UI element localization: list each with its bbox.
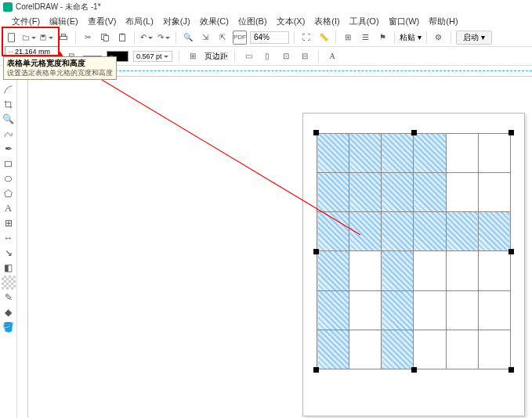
- ruler-icon[interactable]: 📏: [317, 31, 331, 45]
- connector-tool[interactable]: ↘: [2, 246, 16, 260]
- options-icon[interactable]: ⚙: [432, 31, 446, 45]
- menu-effects[interactable]: 效果(C): [196, 16, 233, 27]
- save-icon[interactable]: [39, 31, 53, 45]
- search-icon[interactable]: 🔍: [181, 31, 195, 45]
- undo-icon[interactable]: ↶: [139, 31, 154, 45]
- paste-dropdown[interactable]: 粘贴 ▾: [400, 32, 422, 43]
- text-icon[interactable]: A: [325, 49, 339, 63]
- table-cell[interactable]: [414, 290, 446, 330]
- handle-se[interactable]: [508, 367, 514, 373]
- eyedropper-tool[interactable]: ✎: [2, 290, 16, 304]
- table-cell[interactable]: [478, 173, 510, 212]
- table-cell[interactable]: [414, 212, 446, 251]
- menu-object[interactable]: 对象(J): [159, 16, 194, 27]
- table-cell[interactable]: [382, 290, 414, 330]
- shape-tool[interactable]: [2, 82, 16, 96]
- dimension-tool[interactable]: ↔: [2, 231, 16, 245]
- polygon-tool[interactable]: [2, 186, 16, 200]
- align-icon[interactable]: ☰: [358, 31, 372, 45]
- margin-label[interactable]: 页边距: [204, 51, 228, 62]
- ellipse-tool[interactable]: [2, 171, 16, 186]
- distribute-h-icon[interactable]: ▭: [241, 49, 255, 63]
- welcome-icon[interactable]: ⚑: [375, 31, 389, 45]
- blend-tool[interactable]: ◧: [2, 261, 16, 275]
- table-cell[interactable]: [478, 212, 510, 251]
- table-cell[interactable]: [349, 330, 382, 369]
- table-cell[interactable]: [446, 251, 478, 290]
- import-icon[interactable]: ⇲: [198, 31, 212, 45]
- table-cell[interactable]: [382, 212, 414, 251]
- table-cell[interactable]: [317, 173, 349, 212]
- menu-bitmap[interactable]: 位图(B): [234, 16, 271, 27]
- table-cell[interactable]: [317, 212, 349, 251]
- copy-icon[interactable]: [98, 31, 112, 45]
- snap-icon[interactable]: ⊞: [341, 31, 355, 45]
- pdf-icon[interactable]: PDF: [233, 31, 247, 45]
- menu-text[interactable]: 文本(X): [273, 16, 309, 27]
- launch-button[interactable]: 启动 ▾: [456, 31, 492, 45]
- table-cell[interactable]: [349, 212, 382, 251]
- smart-fill-tool[interactable]: 🪣: [2, 320, 16, 334]
- handle-s[interactable]: [411, 367, 417, 373]
- handle-e[interactable]: [508, 249, 514, 254]
- artistic-tool[interactable]: ✒: [2, 142, 16, 156]
- table-cell[interactable]: [317, 330, 349, 369]
- table-cell[interactable]: [414, 330, 446, 369]
- menu-table[interactable]: 表格(I): [310, 16, 343, 27]
- table-cell[interactable]: [382, 251, 414, 290]
- menu-file[interactable]: 文件(F): [8, 16, 44, 27]
- table-cell[interactable]: [478, 330, 510, 369]
- menu-layout[interactable]: 布局(L): [121, 16, 157, 27]
- table-cell[interactable]: [478, 290, 510, 330]
- table-cell[interactable]: [317, 290, 349, 330]
- table-cell[interactable]: [446, 290, 478, 330]
- table-tool[interactable]: ⊞: [2, 216, 16, 230]
- menu-help[interactable]: 帮助(H): [425, 16, 461, 27]
- split-icon[interactable]: ⊡: [279, 49, 293, 63]
- table-cell[interactable]: [446, 330, 478, 369]
- new-icon[interactable]: [5, 31, 19, 45]
- outline-width[interactable]: 0.567 pt: [133, 51, 172, 62]
- interactive-fill-tool[interactable]: ◆: [2, 305, 16, 319]
- menu-edit[interactable]: 编辑(E): [45, 16, 82, 27]
- table-cell[interactable]: [349, 134, 382, 173]
- table-object[interactable]: [317, 133, 511, 369]
- handle-n[interactable]: [411, 130, 417, 135]
- handle-sw[interactable]: [313, 367, 319, 373]
- zoom-tool[interactable]: 🔍: [2, 112, 16, 126]
- fullscreen-icon[interactable]: ⛶: [299, 31, 313, 45]
- table-cell[interactable]: [349, 251, 382, 290]
- menu-tools[interactable]: 工具(O): [346, 16, 383, 27]
- table-cell[interactable]: [382, 134, 414, 173]
- rectangle-tool[interactable]: [2, 157, 16, 171]
- handle-w[interactable]: [313, 249, 319, 254]
- table-cell[interactable]: [317, 134, 349, 173]
- export-icon[interactable]: ⇱: [215, 31, 230, 45]
- crop-tool[interactable]: [2, 97, 16, 111]
- text-tool[interactable]: A: [2, 201, 16, 215]
- table-cell[interactable]: [414, 134, 446, 173]
- menu-window[interactable]: 窗口(W): [385, 16, 424, 27]
- cut-icon[interactable]: ✂: [81, 31, 95, 45]
- transparency-tool[interactable]: [2, 276, 16, 290]
- unsplit-icon[interactable]: ⊟: [298, 49, 312, 63]
- redo-icon[interactable]: ↷: [157, 31, 171, 45]
- table-cell[interactable]: [382, 330, 414, 369]
- handle-nw[interactable]: [313, 130, 319, 135]
- table-cell[interactable]: [446, 212, 478, 251]
- handle-ne[interactable]: [508, 130, 514, 135]
- border-icon[interactable]: ⊞: [186, 49, 200, 63]
- table-cell[interactable]: [446, 173, 478, 212]
- print-icon[interactable]: [56, 31, 71, 45]
- table-cell[interactable]: [349, 173, 382, 212]
- table-cell[interactable]: [349, 290, 382, 330]
- table-cell[interactable]: [414, 251, 446, 290]
- open-icon[interactable]: [22, 31, 36, 45]
- table-cell[interactable]: [478, 251, 510, 290]
- menu-view[interactable]: 查看(V): [84, 16, 121, 27]
- table-cell[interactable]: [478, 134, 510, 173]
- distribute-v-icon[interactable]: ▯: [260, 49, 274, 63]
- freehand-tool[interactable]: [2, 127, 16, 141]
- table-cell[interactable]: [382, 173, 414, 212]
- canvas[interactable]: [28, 77, 532, 418]
